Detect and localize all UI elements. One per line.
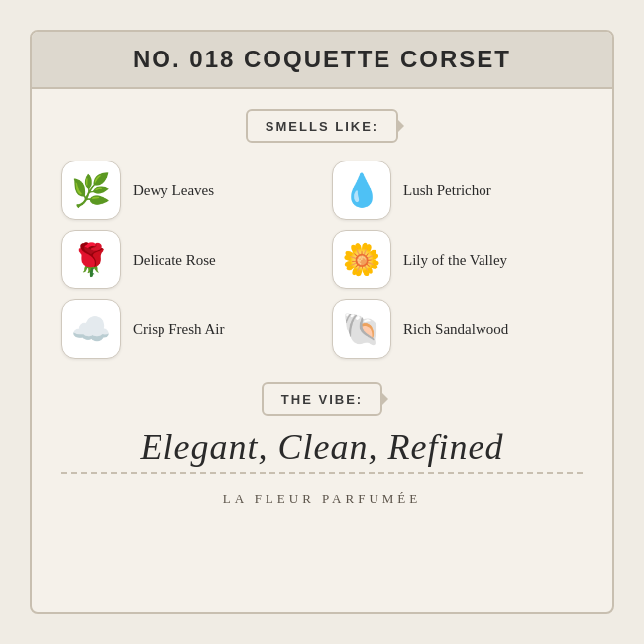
- vibe-text: Elegant, Clean, Refined: [141, 426, 504, 468]
- scent-item-crisp-air: ☁️ Crisp Fresh Air: [61, 299, 312, 359]
- vibe-label: THE VIBE:: [281, 392, 363, 407]
- smells-like-badge: SMELLS LIKE:: [246, 109, 398, 143]
- scent-label-crisp-air: Crisp Fresh Air: [133, 321, 225, 338]
- scent-item-lush-petrichor: 💧 Lush Petrichor: [332, 161, 583, 220]
- scent-item-lily-valley: 🌼 Lily of the Valley: [332, 230, 583, 289]
- main-content: SMELLS LIKE: 🌿 Dewy Leaves 💧 Lush Petric…: [32, 89, 612, 612]
- scent-label-delicate-rose: Delicate Rose: [133, 252, 216, 268]
- product-title: No. 018 COQUETTE CORSET: [133, 46, 511, 72]
- scent-label-lush-petrichor: Lush Petrichor: [403, 182, 491, 199]
- vibe-section: THE VIBE: Elegant, Clean, Refined LA FLE…: [61, 382, 583, 507]
- emoji-dewy-leaves: 🌿: [61, 161, 121, 220]
- emoji-rich-sandalwood: 🐚: [332, 299, 391, 359]
- scent-label-dewy-leaves: Dewy Leaves: [133, 182, 214, 199]
- scent-item-dewy-leaves: 🌿 Dewy Leaves: [61, 161, 312, 220]
- scent-item-delicate-rose: 🌹 Delicate Rose: [61, 230, 312, 289]
- scent-label-rich-sandalwood: Rich Sandalwood: [403, 321, 508, 338]
- emoji-lush-petrichor: 💧: [332, 161, 391, 220]
- scent-label-lily-valley: Lily of the Valley: [403, 252, 507, 268]
- scents-grid: 🌿 Dewy Leaves 💧 Lush Petrichor 🌹 Delicat…: [61, 161, 583, 359]
- vibe-badge: THE VIBE:: [262, 382, 382, 416]
- smells-like-label: SMELLS LIKE:: [266, 119, 378, 134]
- product-card: No. 018 COQUETTE CORSET SMELLS LIKE: 🌿 D…: [30, 30, 614, 614]
- brand-name: LA FLEUR PARFUMÉE: [223, 491, 421, 507]
- title-bar: No. 018 COQUETTE CORSET: [32, 32, 612, 89]
- vibe-underline: [61, 472, 583, 474]
- scent-item-rich-sandalwood: 🐚 Rich Sandalwood: [332, 299, 583, 359]
- emoji-crisp-air: ☁️: [61, 299, 121, 359]
- emoji-delicate-rose: 🌹: [61, 230, 121, 289]
- emoji-lily-valley: 🌼: [332, 230, 391, 289]
